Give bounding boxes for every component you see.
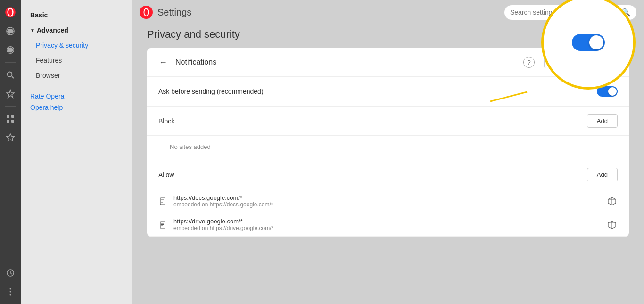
docs-site-icon — [158, 197, 168, 206]
notifications-search-icon: 🔍 — [607, 58, 615, 66]
drive-site-sub: embedded on https://drive.google.com/* — [173, 225, 601, 231]
toggle-thumb — [608, 87, 617, 96]
ask-toggle[interactable] — [597, 86, 618, 97]
svg-point-13 — [10, 291, 11, 293]
allow-label: Allow — [158, 171, 587, 179]
history-icon[interactable] — [2, 264, 19, 281]
docs-site-url: https://docs.google.com/* — [173, 194, 601, 201]
top-bar: Settings 🔍 — [132, 0, 644, 25]
svg-point-14 — [10, 294, 11, 296]
divider-1 — [5, 62, 16, 63]
main-content: Settings 🔍 Privacy and security ← Notifi… — [132, 0, 644, 304]
notifications-search-input[interactable] — [548, 59, 604, 66]
svg-line-5 — [12, 76, 14, 78]
docs-site-info: https://docs.google.com/* embedded on ht… — [173, 194, 601, 208]
svg-point-12 — [10, 288, 11, 290]
opera-top-icon — [140, 6, 153, 19]
drive-site-info: https://drive.google.com/* embedded on h… — [173, 218, 601, 231]
app-title-text: Settings — [157, 7, 191, 18]
block-label: Block — [158, 117, 587, 125]
nav-features[interactable]: Features — [21, 53, 132, 68]
no-sites-text: No sites added — [147, 136, 629, 160]
svg-rect-7 — [7, 115, 9, 118]
back-button[interactable]: ← — [157, 56, 170, 69]
search-settings-input[interactable] — [510, 8, 618, 16]
nav-advanced[interactable]: ▼ Advanced — [21, 23, 132, 38]
chevron-down-icon: ▼ — [30, 28, 35, 33]
nav-basic[interactable]: Basic — [21, 8, 132, 23]
search-settings-bar[interactable]: 🔍 — [504, 5, 636, 20]
content-card: ← Notifications ? 🔍 Ask before sending (… — [147, 48, 629, 237]
page-title: Privacy and security — [132, 25, 644, 48]
opera-logo-icon[interactable] — [2, 4, 19, 21]
nav-privacy-security[interactable]: Privacy & security — [21, 38, 132, 53]
notifications-title: Notifications — [175, 58, 518, 66]
block-section-row: Block Add — [147, 107, 629, 136]
favorites-icon[interactable] — [2, 129, 19, 146]
toggle-track[interactable] — [597, 86, 618, 97]
svg-rect-8 — [11, 115, 14, 118]
news-icon[interactable] — [2, 85, 19, 102]
help-icon[interactable]: ? — [523, 57, 535, 68]
divider-3 — [5, 150, 16, 150]
svg-rect-9 — [7, 120, 9, 123]
site-row-drive: https://drive.google.com/* embedded on h… — [147, 213, 629, 237]
svg-marker-6 — [7, 90, 14, 98]
docs-cube-icon[interactable] — [606, 196, 618, 207]
search-settings-icon: 🔍 — [621, 8, 631, 17]
docs-site-sub: embedded on https://docs.google.com/* — [173, 201, 601, 208]
nav-panel: Basic ▼ Advanced Privacy & security Feat… — [21, 0, 132, 304]
svg-point-15 — [142, 8, 150, 16]
notifications-search-bar[interactable]: 🔍 — [544, 56, 619, 68]
block-add-button[interactable]: Add — [587, 114, 618, 128]
divider-2 — [5, 106, 16, 107]
drive-site-icon — [158, 220, 168, 230]
svg-rect-10 — [11, 120, 14, 123]
apps-icon[interactable] — [2, 110, 19, 127]
allow-section-row: Allow Add — [147, 160, 629, 189]
drive-cube-icon[interactable] — [606, 219, 618, 230]
nav-browser[interactable]: Browser — [21, 68, 132, 83]
app-title-area: Settings — [140, 6, 504, 19]
drive-site-url: https://drive.google.com/* — [173, 218, 601, 225]
rate-opera-link[interactable]: Rate Opera — [30, 92, 123, 100]
ask-row: Ask before sending (recommended) — [147, 77, 629, 107]
more-icon[interactable] — [2, 283, 19, 300]
site-row-docs: https://docs.google.com/* embedded on ht… — [147, 189, 629, 213]
search-nav-icon[interactable] — [2, 66, 19, 83]
whatsapp-icon[interactable] — [2, 41, 19, 58]
opera-help-link[interactable]: Opera help — [30, 104, 123, 111]
sidebar — [0, 0, 21, 304]
allow-add-button[interactable]: Add — [587, 168, 618, 181]
notifications-header: ← Notifications ? 🔍 — [147, 48, 629, 77]
svg-point-4 — [8, 72, 12, 77]
ask-label: Ask before sending (recommended) — [158, 88, 597, 95]
messenger-icon[interactable] — [2, 23, 19, 40]
